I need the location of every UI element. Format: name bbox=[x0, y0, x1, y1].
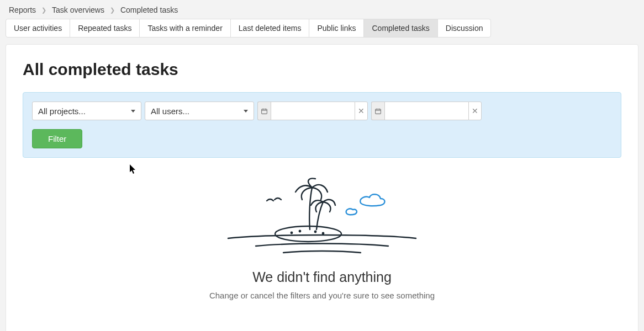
chevron-right-icon: ❯ bbox=[41, 7, 46, 14]
date-to-clear[interactable]: ✕ bbox=[468, 102, 482, 120]
caret-down-icon bbox=[244, 110, 248, 113]
filter-row: All projects... All users... ✕ bbox=[32, 102, 612, 120]
tab-user-activities[interactable]: User activities bbox=[6, 19, 70, 38]
chevron-right-icon: ❯ bbox=[110, 7, 115, 14]
breadcrumb-completed-tasks[interactable]: Completed tasks bbox=[120, 6, 178, 14]
date-to-group: ✕ bbox=[371, 102, 482, 120]
calendar-icon[interactable] bbox=[257, 102, 271, 120]
breadcrumb: Reports ❯ Task overviews ❯ Completed tas… bbox=[0, 0, 644, 19]
caret-down-icon bbox=[131, 110, 135, 113]
close-icon: ✕ bbox=[358, 106, 365, 115]
svg-point-3 bbox=[291, 232, 292, 233]
empty-title: We didn't find anything bbox=[23, 269, 621, 285]
content-panel: All completed tasks All projects... All … bbox=[6, 44, 638, 331]
svg-rect-0 bbox=[262, 109, 267, 114]
project-select-label: All projects... bbox=[38, 106, 86, 116]
tabs-bar: User activities Repeated tasks Tasks wit… bbox=[0, 19, 644, 38]
svg-point-2 bbox=[275, 226, 341, 242]
tab-public-links[interactable]: Public links bbox=[309, 19, 364, 38]
island-illustration bbox=[223, 177, 421, 259]
close-icon: ✕ bbox=[472, 106, 478, 115]
page-title: All completed tasks bbox=[23, 60, 621, 79]
breadcrumb-task-overviews[interactable]: Task overviews bbox=[52, 6, 104, 14]
svg-point-4 bbox=[299, 231, 300, 232]
user-select-label: All users... bbox=[151, 106, 189, 116]
date-to-input[interactable] bbox=[384, 102, 468, 120]
svg-rect-1 bbox=[376, 109, 381, 114]
empty-state: We didn't find anything Change or cancel… bbox=[23, 177, 621, 300]
empty-subtitle: Change or cancel the filters and you're … bbox=[23, 291, 621, 300]
date-from-clear[interactable]: ✕ bbox=[355, 102, 368, 120]
date-from-group: ✕ bbox=[257, 102, 368, 120]
tab-last-deleted-items[interactable]: Last deleted items bbox=[230, 19, 310, 38]
project-select[interactable]: All projects... bbox=[32, 102, 141, 120]
date-from-input[interactable] bbox=[271, 102, 355, 120]
svg-point-6 bbox=[323, 233, 324, 234]
svg-point-5 bbox=[315, 231, 316, 232]
user-select[interactable]: All users... bbox=[145, 102, 254, 120]
filter-button[interactable]: Filter bbox=[32, 129, 82, 148]
breadcrumb-reports[interactable]: Reports bbox=[9, 6, 36, 14]
tab-repeated-tasks[interactable]: Repeated tasks bbox=[70, 19, 140, 38]
tab-discussion[interactable]: Discussion bbox=[437, 19, 492, 38]
filter-box: All projects... All users... ✕ bbox=[23, 92, 621, 158]
calendar-icon[interactable] bbox=[371, 102, 384, 120]
tab-completed-tasks[interactable]: Completed tasks bbox=[363, 19, 437, 38]
tab-tasks-with-reminder[interactable]: Tasks with a reminder bbox=[139, 19, 230, 38]
